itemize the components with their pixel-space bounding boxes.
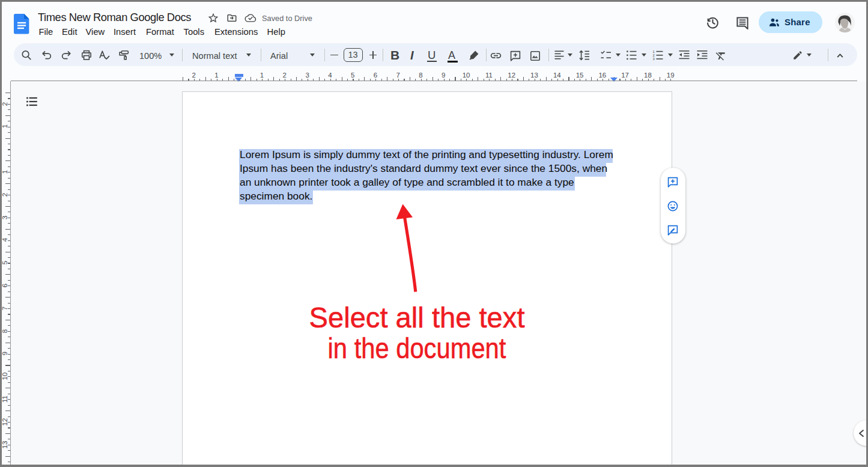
svg-text:1: 1 (653, 50, 655, 53)
svg-text:3: 3 (653, 57, 655, 61)
svg-text:2: 2 (653, 53, 655, 57)
